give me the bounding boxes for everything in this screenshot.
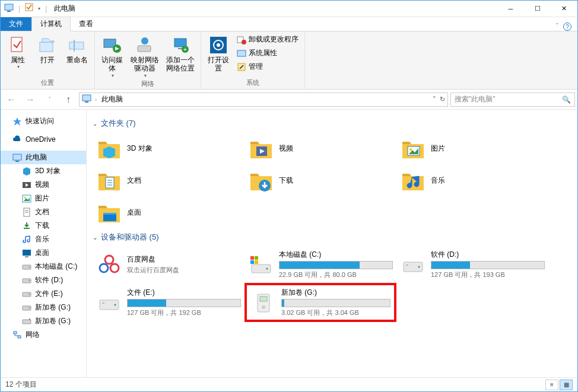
svg-rect-42 xyxy=(23,279,31,283)
forward-button[interactable]: → xyxy=(22,93,39,107)
folder-item[interactable]: 3D 对象 xyxy=(93,133,244,164)
download-icon xyxy=(22,221,31,231)
properties-button[interactable]: 属性▾ xyxy=(4,33,31,70)
folder-item[interactable]: 图片 xyxy=(396,133,548,164)
tree-label: 软件 (D:) xyxy=(35,275,63,285)
tree-item[interactable]: 本地磁盘 (C:) xyxy=(1,260,86,273)
minimize-button[interactable]: ─ xyxy=(497,1,524,17)
svg-rect-4 xyxy=(40,42,53,52)
tree-item[interactable]: 新加卷 (G:) xyxy=(1,301,86,314)
drive-item[interactable]: 本地磁盘 (C:)22.9 GB 可用，共 80.0 GB xyxy=(244,247,396,282)
svg-marker-65 xyxy=(99,174,107,176)
svg-marker-54 xyxy=(103,146,115,158)
folder-item[interactable]: 下载 xyxy=(244,165,396,196)
svg-rect-11 xyxy=(138,46,151,52)
tree-item[interactable]: 快速访问 xyxy=(1,114,86,128)
refresh-button[interactable]: ↻ xyxy=(440,95,445,103)
section-folders[interactable]: ⌄文件夹 (7) xyxy=(93,118,573,129)
group-network-label: 网络 xyxy=(99,78,197,90)
ribbon-collapse[interactable]: ˆ ? xyxy=(556,23,571,31)
qat-check-icon[interactable] xyxy=(25,3,34,14)
folder-item[interactable]: 文档 xyxy=(93,165,244,196)
add-netloc-button[interactable]: +添加一个网络位置 xyxy=(164,33,197,73)
tree-item[interactable]: 视频 xyxy=(1,178,86,192)
svg-rect-93 xyxy=(102,302,104,304)
view-tiles-button[interactable]: ▦ xyxy=(560,380,573,390)
drive-item[interactable]: 文件 (E:)127 GB 可用，共 192 GB xyxy=(93,283,244,322)
help-icon[interactable]: ? xyxy=(563,23,571,31)
qat-dropdown[interactable]: ▾ xyxy=(38,6,40,11)
item-name: 视频 xyxy=(279,144,393,154)
sysprops-button[interactable]: 系统属性 xyxy=(234,47,301,59)
folder-item[interactable]: 桌面 xyxy=(93,197,244,228)
address-bar[interactable]: › 此电脑 ˅ ↻ xyxy=(79,93,448,107)
svg-marker-53 xyxy=(99,142,107,144)
tab-view[interactable]: 查看 xyxy=(71,17,101,31)
svg-point-43 xyxy=(28,280,30,281)
tree-item[interactable]: 文件 (E:) xyxy=(1,287,86,301)
view-details-button[interactable]: ≡ xyxy=(545,380,558,390)
rename-button[interactable]: 重命名 xyxy=(63,33,91,64)
tree-item[interactable]: 桌面 xyxy=(1,246,86,260)
chevron-right-icon[interactable]: › xyxy=(95,97,97,103)
tree-item[interactable]: 文档 xyxy=(1,205,86,219)
tab-file[interactable]: 文件 xyxy=(1,17,31,31)
tree-item[interactable]: 3D 对象 xyxy=(1,164,86,178)
search-icon[interactable]: 🔍 xyxy=(562,95,571,104)
window-title: 此电脑 xyxy=(54,4,75,14)
search-placeholder: 搜索"此电脑" xyxy=(455,94,496,104)
history-dropdown[interactable]: ˅ xyxy=(41,93,58,107)
tree-item[interactable]: 软件 (D:) xyxy=(1,273,86,287)
manage-button[interactable]: 管理 xyxy=(234,60,301,73)
tree-item[interactable]: 图片 xyxy=(1,192,86,205)
item-sub: 127 GB 可用，共 192 GB xyxy=(127,308,241,317)
folder-icon xyxy=(248,168,274,194)
folder-icon xyxy=(96,200,122,226)
tab-computer[interactable]: 计算机 xyxy=(31,17,71,31)
item-count: 12 个项目 xyxy=(5,380,37,390)
desktop-icon xyxy=(22,248,31,258)
svg-rect-40 xyxy=(23,265,31,269)
open-button[interactable]: 打开 xyxy=(34,33,61,64)
tree-item[interactable]: 下载 xyxy=(1,219,86,232)
svg-point-80 xyxy=(100,264,108,272)
folder-item[interactable]: 视频 xyxy=(244,133,396,164)
tree-item[interactable]: 新加卷 (G:) xyxy=(1,314,86,328)
address-dropdown[interactable]: ˅ xyxy=(433,95,436,103)
app-icon xyxy=(4,3,14,14)
content-pane: ⌄文件夹 (7) 3D 对象视频图片文档下载音乐桌面 ⌄设备和驱动器 (5) 百… xyxy=(87,110,577,377)
tree-item[interactable]: OneDrive xyxy=(1,133,86,146)
maximize-button[interactable]: ☐ xyxy=(524,1,551,17)
tree-item[interactable]: 音乐 xyxy=(1,232,86,246)
nav-bar: ← → ˅ ↑ › 此电脑 ˅ ↻ 搜索"此电脑" 🔍 xyxy=(1,90,577,110)
up-button[interactable]: ↑ xyxy=(60,93,77,107)
item-name: 本地磁盘 (C:) xyxy=(279,250,393,260)
svg-rect-87 xyxy=(255,260,258,264)
drive-item[interactable]: 新加卷 (G:)3.02 GB 可用，共 3.04 GB xyxy=(244,283,396,322)
group-location-label: 位置 xyxy=(4,77,91,89)
star-icon xyxy=(12,117,22,126)
svg-rect-6 xyxy=(69,42,84,49)
back-button[interactable]: ← xyxy=(3,93,20,107)
usage-bar xyxy=(127,299,241,307)
tree-label: 下载 xyxy=(35,221,49,231)
svg-rect-44 xyxy=(23,292,31,297)
close-button[interactable]: ✕ xyxy=(551,1,577,17)
drive-item[interactable]: 软件 (D:)127 GB 可用，共 193 GB xyxy=(396,247,548,282)
folder-icon xyxy=(96,136,122,162)
search-box[interactable]: 搜索"此电脑" 🔍 xyxy=(450,93,575,107)
breadcrumb-thispc[interactable]: 此电脑 xyxy=(100,94,124,104)
folder-icon xyxy=(96,168,122,194)
tree-item[interactable]: 此电脑 xyxy=(1,151,86,164)
uninstall-button[interactable]: 卸载或更改程序 xyxy=(234,33,301,46)
section-drives[interactable]: ⌄设备和驱动器 (5) xyxy=(93,232,573,243)
map-drive-button[interactable]: 映射网络驱动器▾ xyxy=(128,33,161,78)
svg-rect-48 xyxy=(23,320,31,324)
folder-item[interactable]: 音乐 xyxy=(396,165,548,196)
svg-point-41 xyxy=(28,266,30,267)
item-name: 音乐 xyxy=(431,176,545,186)
drive-item[interactable]: 百度网盘双击运行百度网盘 xyxy=(93,247,244,282)
settings-button[interactable]: 打开设置 xyxy=(205,33,232,73)
tree-item[interactable]: 网络 xyxy=(1,328,86,342)
media-button[interactable]: 访问媒体▾ xyxy=(99,33,126,78)
